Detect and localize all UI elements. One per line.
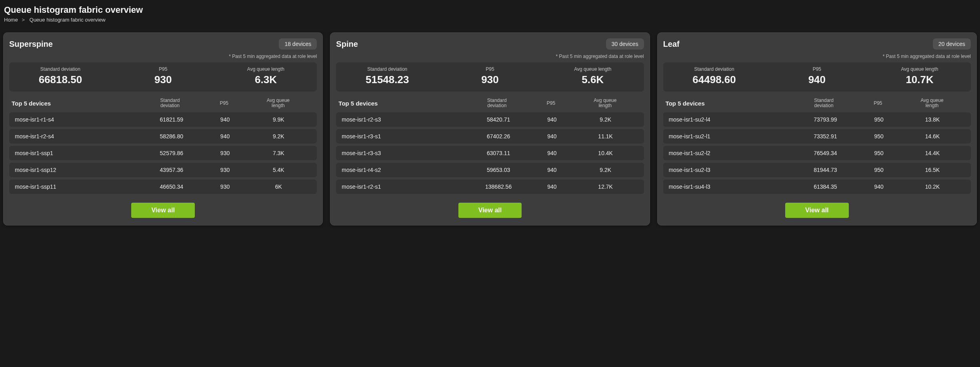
device-p95: 930 [206,150,244,156]
table-row[interactable]: mose-isr1-su2-l3 81944.73 950 16.5K [663,163,971,177]
device-std: 46650.34 [137,184,206,190]
col-header-p95: P95 [532,101,570,106]
top5-header: Top 5 devices Standarddeviation P95 Avg … [336,96,644,112]
device-name: mose-isr1-ssp11 [15,184,137,190]
view-all-button[interactable]: View all [785,203,848,218]
stat-p95-value: 940 [768,74,866,86]
col-header-std: Standarddeviation [462,98,532,108]
table-row[interactable]: mose-isr1-ssp1 52579.86 930 7.3K [9,146,317,160]
col-header-std: Standarddeviation [789,98,859,108]
top5-header: Top 5 devices Standarddeviation P95 Avg … [9,96,317,112]
top5-title: Top 5 devices [666,100,789,107]
page-title: Queue histogram fabric overview [3,5,977,17]
stat-avgq: Avg queue length 6.3K [214,62,317,92]
aggregation-note: * Past 5 min aggregated data at role lev… [663,54,971,59]
device-name: mose-isr1-su4-l3 [669,184,791,190]
device-name: mose-isr1-r3-s1 [342,133,464,140]
table-row[interactable]: mose-isr1-r3-s1 67402.26 940 11.1K [336,129,644,144]
table-row[interactable]: mose-isr1-r2-s1 138682.56 940 12.7K [336,180,644,194]
device-name: mose-isr1-su2-l2 [669,150,791,156]
device-avgq: 9.9K [244,116,313,123]
device-std: 67402.26 [464,133,533,140]
rows-container: mose-isr1-su2-l4 73793.99 950 13.8K mose… [663,112,971,194]
stat-avgq-label: Avg queue length [217,66,315,72]
stat-p95-value: 930 [114,74,212,86]
device-std: 58420.71 [464,116,533,123]
stat-avgq: Avg queue length 5.6K [541,62,644,92]
viewall-wrap: View all [336,203,644,218]
device-p95: 950 [860,133,898,140]
top5-title: Top 5 devices [338,100,462,107]
device-avgq: 10.2K [898,184,967,190]
device-name: mose-isr1-su2-l4 [669,116,791,123]
device-count-badge: 20 devices [933,38,971,50]
col-header-avgq: Avg queuelength [897,98,967,108]
device-p95: 930 [206,184,244,190]
table-row[interactable]: mose-isr1-su2-l1 73352.91 950 14.6K [663,129,971,144]
table-row[interactable]: mose-isr1-ssp11 46650.34 930 6K [9,180,317,194]
breadcrumb-current: Queue histogram fabric overview [30,17,106,23]
stat-std-value: 51548.23 [338,74,436,86]
col-header-std: Standarddeviation [135,98,205,108]
device-std: 63073.11 [464,150,533,156]
breadcrumb-separator: > [22,17,25,23]
device-std: 59653.03 [464,167,533,173]
device-p95: 940 [860,184,898,190]
device-avgq: 11.1K [571,133,640,140]
device-p95: 940 [533,133,571,140]
device-avgq: 13.8K [898,116,967,123]
stat-std: Standard deviation 64498.60 [663,62,766,92]
device-std: 52579.86 [137,150,206,156]
page-root: Queue histogram fabric overview Home > Q… [0,0,980,233]
breadcrumb-home[interactable]: Home [4,17,18,23]
device-avgq: 12.7K [571,184,640,190]
view-all-button[interactable]: View all [131,203,194,218]
table-row[interactable]: mose-isr1-r4-s2 59653.03 940 9.2K [336,163,644,177]
aggregation-note: * Past 5 min aggregated data at role lev… [336,54,644,59]
card-title: Leaf [663,40,680,49]
stats-row: Standard deviation 66818.50 P95 930 Avg … [9,62,317,92]
stats-row: Standard deviation 51548.23 P95 930 Avg … [336,62,644,92]
stat-p95-label: P95 [768,66,866,72]
stat-std-label: Standard deviation [12,66,109,72]
stat-avgq-value: 5.6K [544,74,642,86]
device-name: mose-isr1-r1-s4 [15,116,137,123]
device-name: mose-isr1-r2-s3 [342,116,464,123]
stat-std-label: Standard deviation [338,66,436,72]
table-row[interactable]: mose-isr1-su2-l2 76549.34 950 14.4K [663,146,971,160]
stat-avgq-value: 6.3K [217,74,315,86]
stat-avgq-label: Avg queue length [871,66,968,72]
table-row[interactable]: mose-isr1-r1-s4 61821.59 940 9.9K [9,112,317,127]
rows-container: mose-isr1-r1-s4 61821.59 940 9.9K mose-i… [9,112,317,194]
table-row[interactable]: mose-isr1-su4-l3 61384.35 940 10.2K [663,180,971,194]
device-avgq: 14.6K [898,133,967,140]
stat-std: Standard deviation 51548.23 [336,62,438,92]
view-all-button[interactable]: View all [458,203,522,218]
device-p95: 940 [206,133,244,140]
device-name: mose-isr1-r2-s1 [342,184,464,190]
device-name: mose-isr1-ssp12 [15,167,137,173]
table-row[interactable]: mose-isr1-r2-s4 58286.80 940 9.2K [9,129,317,144]
table-row[interactable]: mose-isr1-r3-s3 63073.11 940 10.4K [336,146,644,160]
device-name: mose-isr1-ssp1 [15,150,137,156]
device-avgq: 9.2K [571,116,640,123]
stat-std-value: 66818.50 [12,74,109,86]
device-p95: 950 [860,116,898,123]
device-std: 81944.73 [791,167,860,173]
device-p95: 940 [533,167,571,173]
table-row[interactable]: mose-isr1-su2-l4 73793.99 950 13.8K [663,112,971,127]
table-row[interactable]: mose-isr1-r2-s3 58420.71 940 9.2K [336,112,644,127]
device-name: mose-isr1-r3-s3 [342,150,464,156]
device-std: 61384.35 [791,184,860,190]
viewall-wrap: View all [663,203,971,218]
stat-avgq-label: Avg queue length [544,66,642,72]
table-row[interactable]: mose-isr1-ssp12 43957.36 930 5.4K [9,163,317,177]
device-std: 73793.99 [791,116,860,123]
device-avgq: 5.4K [244,167,313,173]
card-title: Superspine [9,40,53,49]
stat-p95-value: 930 [441,74,539,86]
stat-avgq: Avg queue length 10.7K [868,62,971,92]
device-name: mose-isr1-r4-s2 [342,167,464,173]
device-avgq: 10.4K [571,150,640,156]
aggregation-note: * Past 5 min aggregated data at role lev… [9,54,317,59]
